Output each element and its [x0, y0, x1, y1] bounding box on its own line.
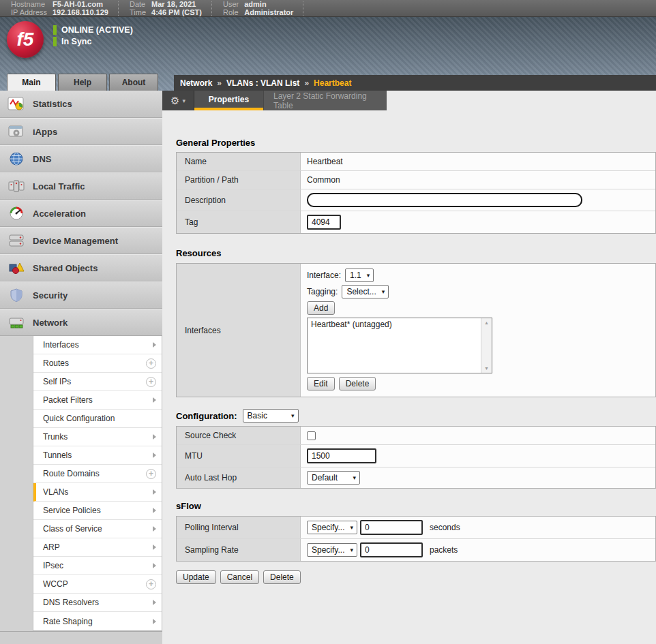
configuration-mode-select[interactable]: Basic ▾ — [243, 409, 299, 423]
row-partition: Partition / Path Common — [177, 171, 655, 189]
sidebar-item-iapps[interactable]: iApps — [0, 118, 162, 145]
add-button[interactable]: Add — [307, 301, 335, 315]
app-header: f5 ONLINE (ACTIVE) In Sync Main Help Abo… — [0, 17, 656, 91]
row-auto-last-hop: Auto Last Hop Default ▾ — [177, 467, 655, 488]
description-input[interactable] — [307, 193, 582, 207]
submenu-item-vlans[interactable]: VLANs — [33, 483, 162, 502]
add-circle-icon[interactable]: + — [146, 358, 156, 369]
sidebar-item-device-management[interactable]: Device Management — [0, 227, 162, 254]
add-circle-icon[interactable]: + — [146, 469, 156, 479]
submenu-item-service-policies[interactable]: Service Policies — [33, 502, 162, 520]
submenu-item-dns-resolvers[interactable]: DNS Resolvers — [33, 594, 162, 612]
polling-mode-select[interactable]: Specify... ▾ — [307, 521, 357, 534]
listbox-item[interactable]: Heartbeat* (untagged) — [308, 318, 492, 331]
security-shield-icon — [6, 286, 27, 304]
chevron-right-icon — [153, 342, 156, 348]
sidebar-item-dns[interactable]: DNS — [0, 145, 162, 172]
partition-value: Common — [301, 171, 655, 189]
f5-logo: f5 — [7, 21, 44, 58]
submenu-item-tunnels[interactable]: Tunnels — [33, 446, 162, 465]
chevron-right-icon — [153, 397, 156, 403]
sidebar-item-acceleration[interactable]: Acceleration — [0, 200, 162, 227]
resources-title: Resources — [176, 248, 656, 258]
submenu-item-interfaces[interactable]: Interfaces — [33, 336, 162, 354]
update-button[interactable]: Update — [176, 570, 216, 584]
properties-pane: General Properties Name Heartbeat Partit… — [162, 110, 656, 644]
interfaces-listbox[interactable]: Heartbeat* (untagged) ▲ ▼ — [307, 318, 492, 373]
submenu-item-packet-filters[interactable]: Packet Filters — [33, 391, 162, 410]
add-circle-icon[interactable]: + — [146, 377, 156, 387]
submenu-item-ipsec[interactable]: IPsec — [33, 557, 162, 575]
sampling-rate-label: Sampling Rate — [177, 539, 301, 561]
f5-logo-text: f5 — [17, 29, 34, 50]
row-tag: Tag — [177, 211, 655, 233]
sidebar-item-network[interactable]: Network — [0, 309, 162, 336]
breadcrumb-vlan-list[interactable]: VLANs : VLAN List — [226, 78, 299, 88]
scroll-down-icon[interactable]: ▼ — [484, 366, 489, 371]
submenu-item-trunks[interactable]: Trunks — [33, 428, 162, 446]
polling-interval-label: Polling Interval — [177, 517, 301, 538]
breadcrumb-network[interactable]: Network — [180, 78, 212, 88]
top-info-bar: Hostname F5-AH-01.com IP Address 192.168… — [0, 0, 656, 17]
host-info-group: Hostname F5-AH-01.com IP Address 192.168… — [0, 1, 119, 16]
tab-help[interactable]: Help — [58, 74, 107, 91]
submenu-item-route-domains[interactable]: Route Domains + — [33, 465, 162, 483]
sidebar-item-local-traffic[interactable]: Local Traffic — [0, 172, 162, 200]
time-value: 4:46 PM (CST) — [151, 8, 202, 16]
edit-button[interactable]: Edit — [307, 377, 335, 390]
chevron-down-icon: ▾ — [182, 97, 185, 104]
auto-last-hop-select[interactable]: Default ▾ — [307, 471, 360, 485]
submenu-item-wccp[interactable]: WCCP + — [33, 575, 162, 594]
sidebar-item-statistics[interactable]: Statistics — [0, 91, 162, 118]
submenu-item-self-ips[interactable]: Self IPs + — [33, 373, 162, 391]
tab-main[interactable]: Main — [7, 74, 56, 91]
submenu-item-arp[interactable]: ARP — [33, 538, 162, 557]
chevron-right-icon — [153, 619, 156, 624]
user-label: User — [223, 0, 239, 8]
submenu-item-rate-shaping[interactable]: Rate Shaping — [33, 612, 162, 630]
breadcrumb-separator-icon: » — [304, 78, 309, 88]
partition-label: Partition / Path — [177, 171, 301, 189]
interface-select[interactable]: 1.1 ▾ — [345, 269, 374, 282]
options-gear-menu[interactable]: ⚙ ▾ — [162, 91, 194, 110]
chevron-right-icon — [153, 563, 156, 568]
scroll-up-icon[interactable]: ▲ — [484, 320, 489, 325]
cancel-button[interactable]: Cancel — [220, 570, 259, 584]
tab-layer2-forwarding[interactable]: Layer 2 Static Forwarding Table — [263, 91, 387, 110]
sidebar-item-security[interactable]: Security — [0, 281, 162, 309]
source-check-checkbox[interactable] — [307, 431, 316, 440]
tab-properties[interactable]: Properties — [194, 91, 263, 110]
tagging-select[interactable]: Select... ▾ — [342, 285, 389, 298]
delete-button[interactable]: Delete — [263, 570, 301, 584]
sidebar-item-shared-objects[interactable]: Shared Objects — [0, 254, 162, 281]
tag-label: Tag — [177, 211, 301, 233]
auto-last-hop-label: Auto Last Hop — [177, 467, 301, 488]
tab-about[interactable]: About — [109, 74, 158, 91]
configuration-label: Configuration: — [176, 411, 237, 421]
delete-interface-button[interactable]: Delete — [339, 377, 376, 390]
row-sampling-rate: Sampling Rate Specify... ▾ packets — [177, 539, 655, 561]
statistics-icon — [6, 95, 27, 113]
submenu-item-routes[interactable]: Routes + — [33, 354, 162, 373]
submenu-item-class-of-service[interactable]: Class of Service — [33, 520, 162, 538]
iapps-icon — [6, 123, 27, 140]
breadcrumb: Network » VLANs : VLAN List » Heartbeat — [174, 75, 656, 91]
interfaces-label: Interfaces — [177, 264, 301, 397]
polling-interval-input[interactable] — [360, 520, 423, 535]
date-value: Mar 18, 2021 — [151, 0, 202, 8]
sampling-mode-select[interactable]: Specify... ▾ — [307, 543, 357, 557]
status-online: ONLINE (ACTIVE) — [61, 25, 133, 35]
configuration-table: Source Check MTU Auto Last Hop Defau — [176, 426, 656, 489]
submenu-item-quick-configuration[interactable]: Quick Configuration — [33, 410, 162, 428]
add-circle-icon[interactable]: + — [146, 579, 156, 589]
chevron-down-icon: ▾ — [367, 272, 370, 279]
name-value: Heartbeat — [301, 153, 655, 170]
chevron-down-icon: ▾ — [350, 524, 353, 531]
sampling-rate-input[interactable] — [360, 542, 423, 557]
sflow-table: Polling Interval Specify... ▾ seconds Sa… — [176, 516, 656, 562]
date-label: Date — [130, 0, 146, 8]
mtu-input[interactable] — [307, 448, 376, 463]
tag-input[interactable] — [307, 215, 341, 230]
gear-icon: ⚙ — [170, 95, 179, 106]
listbox-scrollbar[interactable]: ▲ ▼ — [481, 318, 492, 373]
